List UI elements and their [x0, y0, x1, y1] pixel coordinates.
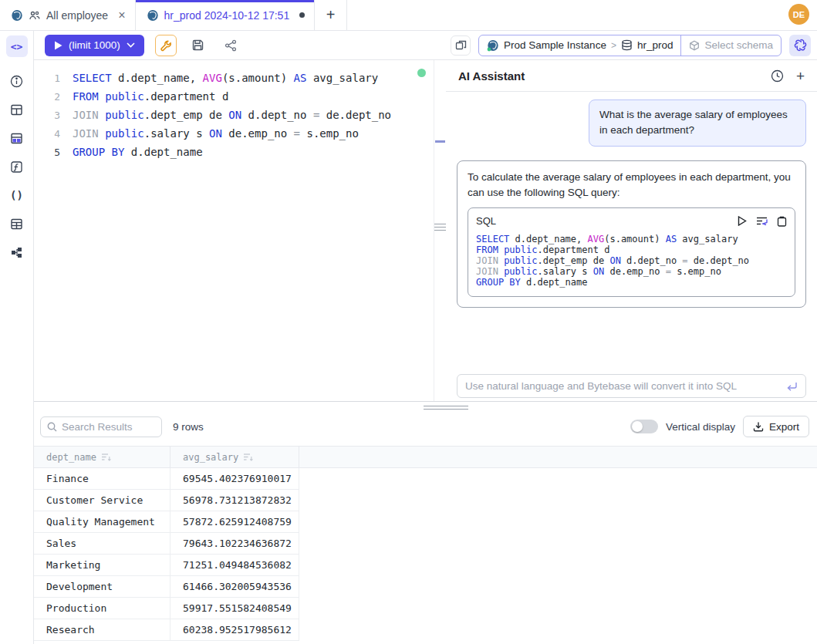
user-message: What is the average salary of employees …: [589, 99, 806, 147]
line-number: 3: [34, 110, 60, 121]
table-header-row: dept_name avg_salary: [34, 446, 817, 468]
switch-connection-icon[interactable]: [451, 35, 471, 56]
connection-picker: Prod Sample Instance > hr_prod Select: [478, 35, 782, 56]
export-label: Export: [769, 421, 799, 433]
ai-panel-title: AI Assistant: [458, 69, 525, 83]
user-avatar[interactable]: DE: [788, 4, 809, 25]
table-cell[interactable]: Quality Management: [34, 511, 170, 532]
splitter-grip: [434, 224, 446, 231]
external-table-icon[interactable]: [10, 217, 24, 231]
table-row: Production59917.551582408549: [34, 598, 299, 619]
column-header-dept-name[interactable]: dept_name: [34, 447, 170, 467]
function-icon[interactable]: [10, 160, 24, 174]
editor-line: 1SELECT d.dept_name, AVG(s.amount) AS av…: [34, 69, 434, 87]
tab-all-employee[interactable]: All employee ×: [0, 0, 136, 30]
code-line: GROUP BY d.dept_name: [476, 277, 787, 288]
enter-return-icon[interactable]: [786, 382, 798, 391]
splitter-grip: [424, 406, 468, 410]
run-code-icon[interactable]: [738, 216, 747, 226]
editor-line: 4JOIN public.salary s ON de.emp_no = s.e…: [34, 124, 434, 143]
editor-line: 5GROUP BY d.dept_name: [34, 143, 434, 161]
sql-code-block: SELECT d.dept_name, AVG(s.amount) AS avg…: [476, 234, 787, 288]
sql-editor-app: All employee × hr_prod 2024-10-12 17:51 …: [0, 0, 817, 644]
instance-name: Prod Sample Instance: [504, 39, 606, 51]
ai-assistant-panel: AI Assistant + What is the average salar…: [446, 60, 817, 401]
postgres-icon: [147, 9, 159, 22]
row-count: 9 rows: [173, 421, 204, 433]
tab-label: All employee: [46, 9, 108, 22]
nl2sql-input[interactable]: [465, 380, 780, 392]
search-results-box: [40, 416, 162, 437]
assistant-message: To calculate the average salary of emplo…: [457, 160, 806, 308]
close-tab-icon[interactable]: ×: [118, 9, 125, 22]
sample-data-icon[interactable]: [10, 131, 24, 145]
history-clock-icon[interactable]: [771, 69, 784, 83]
tab-label: hr_prod 2024-10-12 17:51: [164, 9, 290, 22]
search-results-input[interactable]: [62, 421, 155, 433]
table-cell[interactable]: 69545.402376910017: [170, 468, 299, 489]
new-tab-button[interactable]: +: [315, 0, 347, 30]
sql-code-card: SQL: [468, 207, 795, 297]
run-query-button[interactable]: (limit 1000): [45, 35, 144, 56]
save-button[interactable]: [187, 35, 209, 56]
results-toolbar: 9 rows Vertical display Export: [34, 413, 817, 440]
connection-status-dot: [417, 69, 426, 77]
code-line: JOIN public.dept_emp de ON d.dept_no = d…: [476, 255, 787, 266]
insert-to-editor-icon[interactable]: [756, 216, 768, 226]
chat-messages: What is the average salary of employees …: [446, 92, 817, 374]
table-cell[interactable]: 61466.302005943536: [170, 576, 299, 597]
table-cell[interactable]: Production: [34, 598, 170, 619]
editor-line: 3JOIN public.dept_emp de ON d.dept_no = …: [34, 106, 434, 124]
format-wrench-button[interactable]: [155, 35, 177, 56]
vertical-splitter[interactable]: [434, 60, 446, 401]
table-icon[interactable]: [10, 103, 24, 116]
table-cell[interactable]: 57872.625912408759: [170, 511, 299, 532]
table-cell[interactable]: 59917.551582408549: [170, 598, 299, 619]
table-cell[interactable]: 71251.049484536082: [170, 555, 299, 575]
table-cell[interactable]: Marketing: [34, 555, 170, 575]
breadcrumb-separator: >: [611, 40, 616, 51]
unsaved-indicator-dot: [299, 12, 305, 18]
left-rail: <> (): [0, 31, 34, 644]
code-line: SELECT d.dept_name, AVG(s.amount) AS avg…: [476, 234, 787, 244]
table-cell[interactable]: Sales: [34, 533, 170, 554]
search-icon: [47, 422, 57, 432]
sort-icon[interactable]: [101, 453, 111, 461]
copy-icon[interactable]: [777, 216, 787, 227]
export-button[interactable]: Export: [743, 416, 809, 437]
instance-database-selector[interactable]: Prod Sample Instance > hr_prod: [479, 35, 680, 56]
table-cell[interactable]: Research: [34, 619, 170, 640]
table-cell[interactable]: Finance: [34, 468, 170, 489]
code-language-label: SQL: [476, 214, 496, 229]
header-filler: [299, 447, 817, 467]
assistant-text: To calculate the average salary of emplo…: [468, 170, 795, 201]
new-chat-icon[interactable]: +: [796, 69, 805, 83]
vertical-display-label: Vertical display: [666, 421, 735, 433]
chevron-down-icon[interactable]: [127, 42, 135, 48]
table-row: Marketing71251.049484536082: [34, 555, 299, 576]
code-panel-icon[interactable]: <>: [6, 35, 28, 57]
table-cell[interactable]: 79643.102234636872: [170, 533, 299, 554]
sort-icon[interactable]: [243, 453, 253, 461]
table-cell[interactable]: Development: [34, 576, 170, 597]
table-cell[interactable]: 56978.731213872832: [170, 490, 299, 511]
postgres-icon: [11, 9, 23, 22]
editor-toolbar: (limit 1000): [34, 31, 817, 60]
schema-selector[interactable]: Select schema: [680, 35, 781, 56]
vertical-display-toggle[interactable]: [630, 420, 658, 433]
procedure-icon[interactable]: (): [10, 188, 24, 202]
schema-diagram-icon[interactable]: [10, 245, 24, 259]
horizontal-splitter[interactable]: [34, 401, 817, 413]
column-header-avg-salary[interactable]: avg_salary: [170, 447, 299, 467]
line-number: 1: [34, 72, 60, 84]
openai-assistant-button[interactable]: [789, 35, 811, 56]
sql-editor[interactable]: 1SELECT d.dept_name, AVG(s.amount) AS av…: [34, 60, 434, 401]
tab-hr-prod[interactable]: hr_prod 2024-10-12 17:51: [136, 0, 316, 30]
table-cell[interactable]: 60238.952517985612: [170, 619, 299, 640]
table-row: Sales79643.102234636872: [34, 533, 299, 555]
table-cell[interactable]: Customer Service: [34, 490, 170, 511]
share-button[interactable]: [220, 35, 241, 56]
info-icon[interactable]: [10, 74, 24, 88]
play-icon: [54, 41, 62, 50]
overview-ruler-mark: [435, 140, 445, 143]
